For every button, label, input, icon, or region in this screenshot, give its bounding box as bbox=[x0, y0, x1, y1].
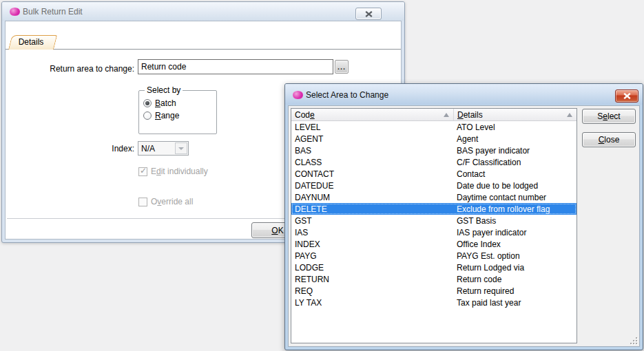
browse-button[interactable]: ... bbox=[335, 60, 349, 74]
select-button-label: Select bbox=[597, 111, 620, 121]
table-row[interactable]: LODGEReturn Lodged via bbox=[291, 262, 577, 273]
cell-details: GST Basis bbox=[454, 216, 577, 226]
table-row[interactable]: DAYNUMDaytime contact number bbox=[291, 191, 577, 203]
desktop: Bulk Return Edit Details Return area to … bbox=[0, 0, 644, 351]
cell-details: Return code bbox=[454, 275, 577, 284]
area-list: Code Details LEVELATO LevelAGENTAgentBAS… bbox=[291, 108, 577, 343]
select-titlebar[interactable]: Select Area to Change bbox=[285, 84, 643, 105]
app-icon bbox=[293, 91, 303, 99]
return-area-label: Return area to change: bbox=[6, 64, 134, 74]
cell-details: PAYG Est. option bbox=[454, 251, 577, 261]
cell-details: Contact bbox=[454, 169, 577, 179]
table-row[interactable]: AGENTAgent bbox=[291, 133, 577, 145]
resize-grip[interactable] bbox=[629, 336, 638, 345]
table-row[interactable]: CLASSC/F Classification bbox=[291, 156, 577, 168]
select-window-body: Code Details LEVELATO LevelAGENTAgentBAS… bbox=[288, 105, 640, 347]
cell-details: IAS payer indicator bbox=[454, 228, 577, 237]
bulk-titlebar[interactable]: Bulk Return Edit bbox=[2, 2, 404, 21]
table-row[interactable]: DATEDUEDate due to be lodged bbox=[291, 180, 577, 191]
index-dropdown-value: N/A bbox=[141, 144, 155, 153]
app-icon bbox=[10, 8, 20, 16]
cell-details: Return Lodged via bbox=[454, 263, 577, 273]
cell-code: RETURN bbox=[291, 275, 454, 284]
select-by-groupbox: Select by Batch Range bbox=[138, 85, 217, 134]
edit-individually-box[interactable]: ✓ bbox=[138, 167, 147, 176]
index-dropdown[interactable]: N/A bbox=[138, 141, 189, 156]
cell-details: Date due to be lodged bbox=[454, 181, 577, 191]
radio-range[interactable]: Range bbox=[143, 109, 212, 121]
ok-button-label: OK bbox=[271, 226, 283, 235]
table-row[interactable]: LEVELATO Level bbox=[291, 121, 577, 133]
radio-batch-circle[interactable] bbox=[143, 99, 152, 107]
cell-details: ATO Level bbox=[454, 123, 577, 132]
cell-details: C/F Classification bbox=[454, 158, 577, 167]
cell-details: Exclude from rollover flag bbox=[454, 204, 577, 214]
list-header: Code Details bbox=[291, 109, 577, 121]
sort-ascending-icon bbox=[567, 113, 572, 117]
edit-individually-checkbox[interactable]: ✓ Edit individually bbox=[138, 167, 208, 176]
cell-code: GST bbox=[291, 216, 454, 226]
column-header-details[interactable]: Details bbox=[454, 109, 577, 120]
select-by-legend: Select by bbox=[145, 85, 183, 95]
table-row[interactable]: IASIAS payer indicator bbox=[291, 226, 577, 238]
edit-individually-label: Edit individually bbox=[151, 167, 208, 176]
radio-batch[interactable]: Batch bbox=[143, 97, 212, 109]
window-title: Select Area to Change bbox=[306, 90, 388, 100]
column-header-details-label: Details bbox=[457, 110, 483, 120]
close-icon[interactable] bbox=[355, 8, 382, 20]
column-header-code-label: Code bbox=[295, 110, 315, 120]
tab-details-label: Details bbox=[8, 35, 54, 50]
table-row[interactable]: LY TAXTax paid last year bbox=[291, 297, 577, 308]
cell-code: LY TAX bbox=[291, 298, 454, 308]
table-body: LEVELATO LevelAGENTAgentBASBAS payer ind… bbox=[291, 121, 577, 308]
cell-code: INDEX bbox=[291, 240, 454, 249]
table-row[interactable]: RETURNReturn code bbox=[291, 273, 577, 285]
table-row[interactable]: BASBAS payer indicator bbox=[291, 145, 577, 156]
table-row[interactable]: DELETEExclude from rollover flag bbox=[291, 203, 577, 215]
cell-code: DAYNUM bbox=[291, 193, 454, 202]
radio-range-label: Range bbox=[155, 111, 179, 120]
table-row[interactable]: REQReturn required bbox=[291, 285, 577, 297]
cell-code: AGENT bbox=[291, 134, 454, 144]
column-header-code[interactable]: Code bbox=[291, 109, 454, 120]
table-row[interactable]: GSTGST Basis bbox=[291, 215, 577, 226]
select-area-window: Select Area to Change Code Details bbox=[284, 83, 643, 350]
cell-details: Office Index bbox=[454, 240, 577, 249]
return-area-input[interactable] bbox=[138, 59, 333, 74]
cell-code: PAYG bbox=[291, 251, 454, 261]
cell-details: Return required bbox=[454, 286, 577, 296]
cell-code: CONTACT bbox=[291, 169, 454, 179]
radio-range-circle[interactable] bbox=[143, 111, 152, 120]
cell-code: LODGE bbox=[291, 263, 454, 273]
cell-code: CLASS bbox=[291, 158, 454, 167]
override-all-checkbox[interactable]: Override all bbox=[138, 197, 193, 206]
sort-ascending-icon bbox=[444, 113, 449, 117]
cell-code: LEVEL bbox=[291, 123, 454, 132]
cell-details: Daytime contact number bbox=[454, 193, 577, 202]
cell-code: REQ bbox=[291, 286, 454, 296]
cell-details: Tax paid last year bbox=[454, 298, 577, 308]
cell-details: Agent bbox=[454, 134, 577, 144]
check-icon: ✓ bbox=[140, 166, 147, 176]
override-all-box[interactable] bbox=[138, 198, 147, 206]
radio-batch-label: Batch bbox=[155, 98, 176, 108]
cell-code: IAS bbox=[291, 228, 454, 237]
index-label: Index: bbox=[6, 144, 134, 153]
close-button-label: Close bbox=[599, 135, 620, 145]
cell-details: BAS payer indicator bbox=[454, 146, 577, 156]
select-button[interactable]: Select bbox=[582, 109, 636, 124]
table-row[interactable]: INDEXOffice Index bbox=[291, 238, 577, 250]
table-row[interactable]: CONTACTContact bbox=[291, 168, 577, 180]
tab-details[interactable]: Details bbox=[8, 35, 54, 50]
cell-code: DELETE bbox=[291, 204, 454, 214]
table-row[interactable]: PAYGPAYG Est. option bbox=[291, 250, 577, 262]
close-button[interactable]: Close bbox=[582, 132, 636, 147]
window-title: Bulk Return Edit bbox=[23, 7, 83, 17]
cell-code: BAS bbox=[291, 146, 454, 156]
cell-code: DATEDUE bbox=[291, 181, 454, 191]
tab-strip-divider bbox=[6, 49, 401, 50]
override-all-label: Override all bbox=[151, 197, 193, 206]
chevron-down-icon[interactable] bbox=[175, 142, 187, 154]
close-icon[interactable] bbox=[615, 89, 638, 103]
